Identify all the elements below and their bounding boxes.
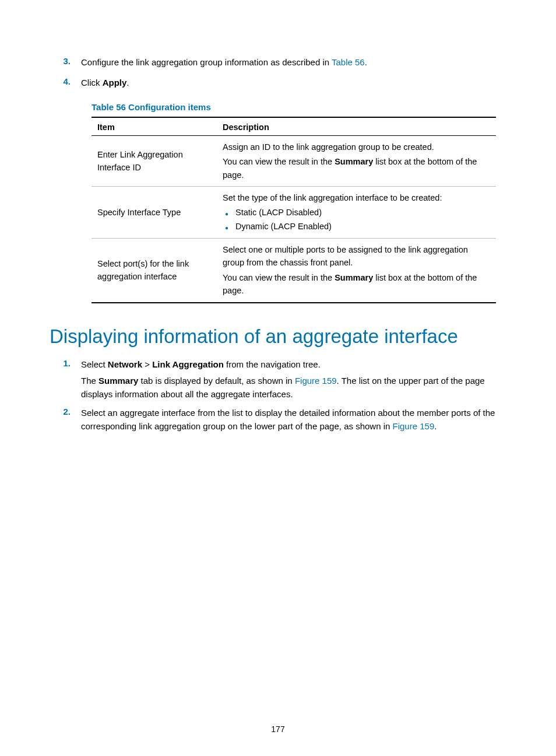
table-row: Specify Interface Type Set the type of t… (92, 187, 496, 238)
step-text: Configure the link aggregation group inf… (81, 56, 506, 69)
text: . (434, 421, 437, 431)
table-row: Select port(s) for the link aggregation … (92, 238, 496, 302)
step-text: Select an aggregate interface from the l… (81, 407, 506, 433)
text: from the navigation tree. (224, 359, 321, 369)
desc-line: You can view the result in the Summary l… (223, 155, 490, 181)
text: The (81, 376, 98, 386)
step-3: 3. Configure the link aggregation group … (50, 56, 506, 69)
desc-line: Set the type of the link aggregation int… (223, 191, 490, 204)
list-number: 1. (50, 358, 81, 401)
bullet-text: Static (LACP Disabled) (235, 208, 322, 217)
page-number: 177 (0, 724, 556, 734)
list-number: 3. (50, 56, 81, 69)
step-text: Select Network > Link Aggregation from t… (81, 358, 506, 401)
bullet-item: ● Static (LACP Disabled) (223, 206, 490, 219)
table-caption: Table 56 Configuration items (92, 102, 506, 112)
network-label: Network (108, 359, 142, 369)
summary-label: Summary (335, 157, 373, 166)
bullet-text: Dynamic (LACP Enabled) (235, 222, 332, 231)
desc-line: You can view the result in the Summary l… (223, 271, 490, 298)
step-4: 4. Click Apply. (50, 76, 506, 90)
bullet-icon: ● (225, 223, 228, 233)
section-heading: Displaying information of an aggregate i… (50, 326, 506, 348)
item-cell: Select port(s) for the link aggregation … (92, 238, 217, 302)
desc-line: Select one or multiple ports to be assig… (223, 243, 490, 270)
text: > (142, 359, 152, 369)
text: You can view the result in the (223, 157, 335, 166)
summary-label: Summary (335, 273, 373, 282)
item-cell: Specify Interface Type (92, 187, 217, 238)
figure-159-link[interactable]: Figure 159 (393, 421, 435, 431)
header-item: Item (92, 117, 217, 136)
table-row: Enter Link Aggregation Interface ID Assi… (92, 136, 496, 187)
text: Click (81, 78, 103, 88)
step-2: 2. Select an aggregate interface from th… (50, 407, 506, 433)
bullet-item: ● Dynamic (LACP Enabled) (223, 220, 490, 233)
header-description: Description (217, 117, 496, 136)
figure-159-link[interactable]: Figure 159 (295, 376, 337, 386)
list-number: 2. (50, 407, 81, 433)
desc-line: Assign an ID to the link aggregation gro… (223, 141, 490, 153)
text: You can view the result in the (223, 273, 335, 282)
step-text: Click Apply. (81, 76, 506, 90)
table-56-link[interactable]: Table 56 (332, 57, 365, 67)
document-page: 3. Configure the link aggregation group … (0, 0, 556, 459)
description-cell: Assign an ID to the link aggregation gro… (217, 136, 496, 187)
step-line: Select Network > Link Aggregation from t… (81, 358, 506, 372)
bullet-list: ● Static (LACP Disabled) ● Dynamic (LACP… (223, 206, 490, 233)
text: tab is displayed by default, as shown in (138, 376, 295, 386)
step-line: The Summary tab is displayed by default,… (81, 374, 506, 401)
step-1: 1. Select Network > Link Aggregation fro… (50, 358, 506, 401)
apply-label: Apply (103, 78, 127, 88)
bullet-icon: ● (225, 209, 228, 219)
item-cell: Enter Link Aggregation Interface ID (92, 136, 217, 187)
summary-label: Summary (98, 376, 138, 386)
text: . (126, 78, 129, 88)
description-cell: Set the type of the link aggregation int… (217, 187, 496, 238)
configuration-items-table: Item Description Enter Link Aggregation … (92, 117, 496, 303)
link-aggregation-label: Link Aggregation (152, 359, 224, 369)
text: Select (81, 359, 108, 369)
text: Configure the link aggregation group inf… (81, 57, 332, 67)
description-cell: Select one or multiple ports to be assig… (217, 238, 496, 302)
text: . (365, 57, 367, 67)
list-number: 4. (50, 76, 81, 90)
